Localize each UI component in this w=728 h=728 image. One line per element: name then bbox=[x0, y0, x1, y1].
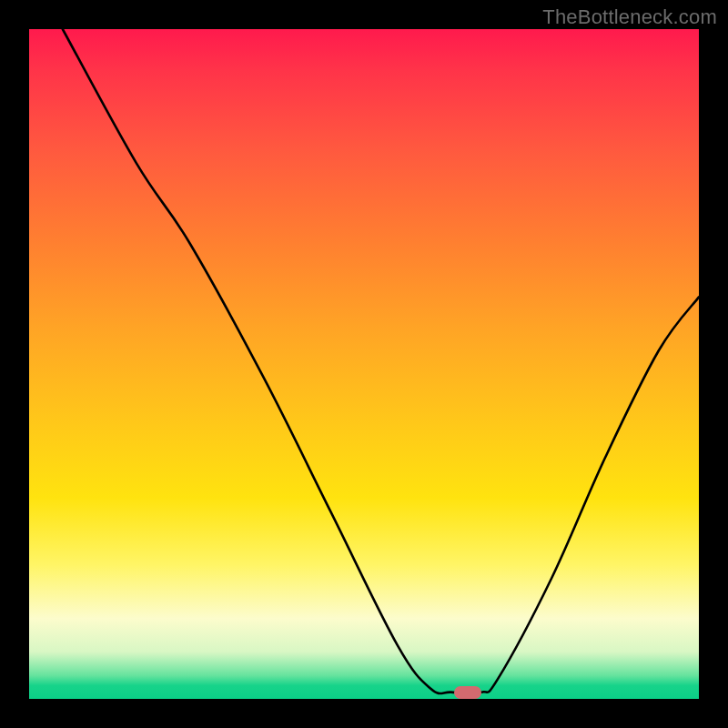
bottleneck-curve bbox=[29, 29, 699, 699]
chart-plot-area bbox=[29, 29, 699, 699]
optimal-marker bbox=[454, 686, 481, 699]
watermark-text: TheBottleneck.com bbox=[542, 5, 717, 29]
chart-frame: TheBottleneck.com bbox=[0, 0, 728, 728]
